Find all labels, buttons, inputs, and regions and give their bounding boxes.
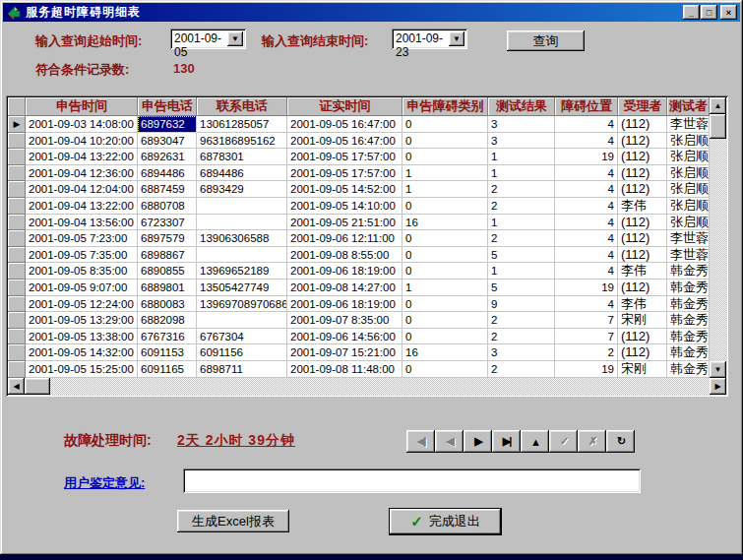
grid-cell[interactable]: 4 xyxy=(555,165,618,182)
row-indicator[interactable] xyxy=(8,312,26,329)
column-header[interactable]: 障碍位置 xyxy=(555,97,618,116)
grid-cell[interactable]: 2001-09-04 12:36:00 xyxy=(26,165,138,182)
grid-cell[interactable]: 2001-09-08 11:48:00 xyxy=(287,361,402,378)
grid-cell[interactable]: (112) xyxy=(618,215,667,231)
grid-cell[interactable]: 16 xyxy=(402,344,488,361)
grid-cell[interactable]: (112) xyxy=(618,165,667,182)
row-indicator[interactable] xyxy=(8,344,26,361)
grid-cell[interactable]: 2001-09-06 14:56:00 xyxy=(287,329,402,345)
start-date-dropdown-button[interactable]: ▼ xyxy=(227,31,243,46)
grid-cell[interactable]: 0 xyxy=(402,296,488,313)
grid-cell[interactable]: 0 xyxy=(402,198,488,215)
grid-cell[interactable]: 李伟 xyxy=(618,263,667,280)
grid-cell[interactable]: 李世蓉 xyxy=(667,230,710,247)
row-indicator[interactable] xyxy=(8,329,26,345)
grid-cell[interactable]: 3 xyxy=(488,116,555,133)
grid-cell[interactable]: 19 xyxy=(555,280,618,296)
grid-cell[interactable]: 2 xyxy=(488,198,555,215)
grid-cell[interactable]: 4 xyxy=(555,198,618,215)
row-indicator[interactable] xyxy=(8,230,26,247)
grid-cell[interactable]: 2001-09-05 16:47:00 xyxy=(287,133,402,150)
row-indicator[interactable] xyxy=(8,215,26,231)
grid-cell[interactable]: 韩金秀 xyxy=(667,361,710,378)
grid-cell[interactable]: 13505427749 xyxy=(197,280,287,296)
vertical-scrollbar-thumb[interactable] xyxy=(710,114,726,139)
grid-cell[interactable]: 2001-09-04 13:22:00 xyxy=(26,149,138,165)
grid-cell[interactable]: 0 xyxy=(402,230,488,247)
grid-cell[interactable]: 韩金秀 xyxy=(667,329,710,345)
grid-cell[interactable]: 5 xyxy=(488,280,555,296)
cancel-edit-button[interactable]: ✗ xyxy=(578,430,606,453)
row-indicator[interactable] xyxy=(8,181,26,198)
grid-cell[interactable]: 6882098 xyxy=(138,312,197,329)
grid-cell[interactable]: 韩金秀 xyxy=(667,312,710,329)
refresh-records-button[interactable]: ↻ xyxy=(606,430,635,453)
title-bar[interactable]: 服务超时障碍明细表 _ □ × xyxy=(3,3,740,22)
grid-cell[interactable]: 6880083 xyxy=(138,296,197,313)
grid-cell[interactable] xyxy=(197,198,287,215)
column-header[interactable]: 申告电话 xyxy=(138,97,197,116)
maximize-button[interactable]: □ xyxy=(701,5,717,20)
grid-cell[interactable]: 2 xyxy=(555,344,618,361)
grid-cell[interactable]: 6897632 xyxy=(138,116,197,133)
grid-cell[interactable]: 2001-09-05 13:38:00 xyxy=(26,329,138,345)
grid-cell[interactable]: 0 xyxy=(402,133,488,150)
grid-cell[interactable]: 6723307 xyxy=(138,215,197,231)
grid-cell[interactable]: 6767304 xyxy=(197,329,287,345)
grid-cell[interactable]: 2001-09-05 7:23:00 xyxy=(26,230,138,247)
grid-cell[interactable]: (112) xyxy=(618,329,667,345)
grid-cell[interactable]: (112) xyxy=(618,247,667,264)
grid-cell[interactable]: 13969652189 xyxy=(197,263,287,280)
grid-cell[interactable]: 4 xyxy=(555,133,618,150)
grid-cell[interactable]: 韩金秀 xyxy=(667,263,710,280)
first-record-button[interactable]: ◀| xyxy=(406,430,435,453)
grid-cell[interactable]: (112) xyxy=(618,133,667,150)
grid-cell[interactable] xyxy=(197,215,287,231)
grid-cell[interactable]: 宋刚 xyxy=(618,361,667,378)
opinion-input[interactable] xyxy=(183,468,641,493)
grid-cell[interactable]: 7 xyxy=(555,312,618,329)
grid-cell[interactable]: 张启顺 xyxy=(667,149,710,165)
scroll-up-button[interactable]: ▲ xyxy=(710,97,726,114)
horizontal-scrollbar[interactable]: ◀ ▶ xyxy=(8,378,726,395)
grid-cell[interactable]: 6889801 xyxy=(138,280,197,296)
grid-cell[interactable]: 2001-09-08 8:55:00 xyxy=(287,247,402,264)
grid-cell[interactable]: 2 xyxy=(488,230,555,247)
grid-cell[interactable]: 4 xyxy=(555,116,618,133)
grid-cell[interactable]: 963186895162 xyxy=(197,133,287,150)
excel-report-button[interactable]: 生成Excel报表 xyxy=(177,510,289,532)
end-date-combobox[interactable]: 2001-09-23 ▼ xyxy=(392,29,467,49)
vertical-scrollbar-track[interactable] xyxy=(710,139,726,361)
last-record-button[interactable]: ▶| xyxy=(492,430,521,453)
grid-cell[interactable]: 6893047 xyxy=(138,133,197,150)
grid-cell[interactable]: 2001-09-06 12:11:00 xyxy=(287,230,402,247)
grid-cell[interactable]: 1 xyxy=(488,165,555,182)
grid-cell[interactable]: 6767316 xyxy=(138,329,197,345)
grid-cell[interactable]: 2001-09-05 17:57:00 xyxy=(287,149,402,165)
column-header[interactable]: 申告障碍类别 xyxy=(402,97,488,116)
grid-cell[interactable]: 13061285057 xyxy=(197,116,287,133)
scroll-down-button[interactable]: ▼ xyxy=(710,361,726,378)
grid-cell[interactable]: 1 xyxy=(488,263,555,280)
grid-cell[interactable] xyxy=(197,247,287,264)
grid-cell[interactable]: 6091153 xyxy=(138,344,197,361)
grid-cell[interactable]: 0 xyxy=(402,329,488,345)
grid-cell[interactable]: 6878301 xyxy=(197,149,287,165)
grid-cell[interactable]: 2001-09-05 15:25:00 xyxy=(26,361,138,378)
grid-cell[interactable]: 2001-09-06 18:19:00 xyxy=(287,263,402,280)
grid-cell[interactable]: 19 xyxy=(555,361,618,378)
grid-cell[interactable]: 2001-09-05 14:10:00 xyxy=(287,198,402,215)
grid-cell[interactable]: 张启顺 xyxy=(667,165,710,182)
column-header[interactable]: 联系电话 xyxy=(197,97,287,116)
grid-cell[interactable]: 13906306588 xyxy=(197,230,287,247)
grid-cell[interactable]: 4 xyxy=(555,296,618,313)
grid-cell[interactable]: 2001-09-05 17:57:00 xyxy=(287,165,402,182)
post-edit-button[interactable]: ✓ xyxy=(549,430,578,453)
grid-cell[interactable]: 2001-09-05 8:35:00 xyxy=(26,263,138,280)
grid-cell[interactable]: 2001-09-07 8:35:00 xyxy=(287,312,402,329)
grid-cell[interactable]: 2 xyxy=(488,361,555,378)
grid-cell[interactable]: 张启顺 xyxy=(667,215,710,231)
grid-cell[interactable]: 1 xyxy=(402,181,488,198)
grid-cell[interactable]: 1 xyxy=(402,280,488,296)
grid-cell[interactable]: 6880708 xyxy=(138,198,197,215)
